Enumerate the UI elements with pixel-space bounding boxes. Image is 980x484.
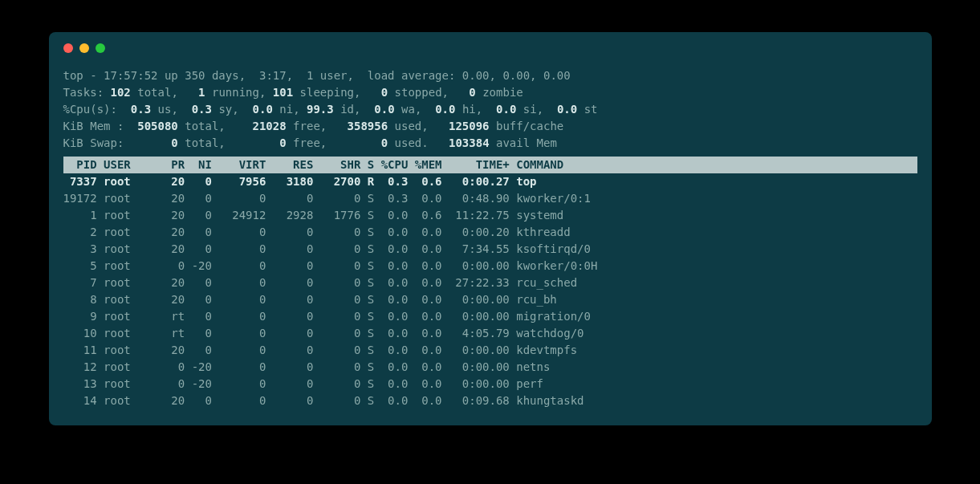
- table-row: 9 root rt 0 0 0 0 S 0.0 0.0 0:00.00 migr…: [63, 308, 917, 325]
- table-row: 1 root 20 0 24912 2928 1776 S 0.0 0.6 11…: [63, 207, 917, 224]
- summary-swap: KiB Swap: 0 total, 0 free, 0 used. 10338…: [63, 135, 917, 152]
- table-row: 7337 root 20 0 7956 3180 2700 R 0.3 0.6 …: [63, 173, 917, 190]
- table-row: 7 root 20 0 0 0 0 S 0.0 0.0 27:22.33 rcu…: [63, 275, 917, 291]
- summary-mem: KiB Mem : 505080 total, 21028 free, 3589…: [63, 118, 917, 135]
- close-icon[interactable]: [63, 43, 73, 53]
- table-row: 8 root 20 0 0 0 0 S 0.0 0.0 0:00.00 rcu_…: [63, 291, 917, 308]
- table-row: 3 root 20 0 0 0 0 S 0.0 0.0 7:34.55 ksof…: [63, 241, 917, 258]
- summary-tasks: Tasks: 102 total, 1 running, 101 sleepin…: [63, 84, 917, 101]
- table-row: 2 root 20 0 0 0 0 S 0.0 0.0 0:00.20 kthr…: [63, 224, 917, 241]
- summary-uptime: top - 17:57:52 up 350 days, 3:17, 1 user…: [63, 67, 917, 84]
- process-table-header: PID USER PR NI VIRT RES SHR S %CPU %MEM …: [63, 157, 917, 173]
- window-titlebar: [63, 43, 917, 53]
- terminal-window[interactable]: top - 17:57:52 up 350 days, 3:17, 1 user…: [49, 32, 932, 425]
- table-row: 13 root 0 -20 0 0 0 S 0.0 0.0 0:00.00 pe…: [63, 376, 917, 392]
- table-row: 19172 root 20 0 0 0 0 S 0.3 0.0 0:48.90 …: [63, 190, 917, 207]
- table-row: 12 root 0 -20 0 0 0 S 0.0 0.0 0:00.00 ne…: [63, 359, 917, 376]
- process-table: 7337 root 20 0 7956 3180 2700 R 0.3 0.6 …: [63, 173, 917, 409]
- minimize-icon[interactable]: [79, 43, 89, 53]
- maximize-icon[interactable]: [96, 43, 105, 53]
- summary-cpu: %Cpu(s): 0.3 us, 0.3 sy, 0.0 ni, 99.3 id…: [63, 101, 917, 118]
- table-row: 10 root rt 0 0 0 0 S 0.0 0.0 4:05.79 wat…: [63, 325, 917, 342]
- table-row: 5 root 0 -20 0 0 0 S 0.0 0.0 0:00.00 kwo…: [63, 258, 917, 275]
- table-row: 11 root 20 0 0 0 0 S 0.0 0.0 0:00.00 kde…: [63, 342, 917, 359]
- table-row: 14 root 20 0 0 0 0 S 0.0 0.0 0:09.68 khu…: [63, 392, 917, 409]
